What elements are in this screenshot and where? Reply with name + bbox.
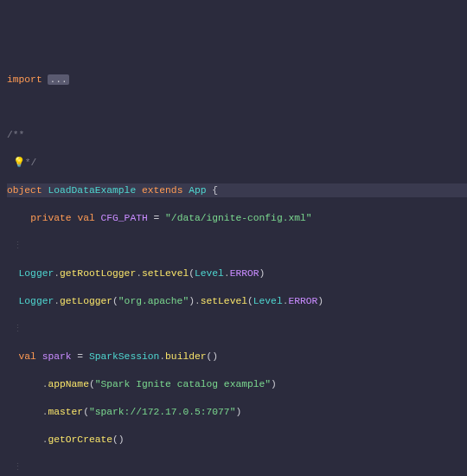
code-editor[interactable]: import ... /** 💡*/ object LoadDataExampl… xyxy=(7,59,467,476)
code-line: import ... xyxy=(7,73,467,87)
intention-bulb-icon[interactable]: 💡 xyxy=(13,158,25,168)
code-line: .getOrCreate() xyxy=(7,433,467,447)
doc-comment-bulb: 💡*/ xyxy=(7,156,467,170)
blank-line xyxy=(7,100,467,114)
code-line: .master("spark://172.17.0.5:7077") xyxy=(7,405,467,419)
code-line: private val CFG_PATH = "/data/ignite-con… xyxy=(7,211,467,225)
keyword-import: import xyxy=(7,74,42,85)
blank-line: ⋮ xyxy=(7,460,467,474)
doc-comment-open: /** xyxy=(7,128,467,142)
code-line: .appName("Spark Ignite catalog example") xyxy=(7,377,467,391)
code-line: Logger.getLogger("org.apache").setLevel(… xyxy=(7,294,467,308)
blank-line: ⋮ xyxy=(7,239,467,253)
fold-marker[interactable]: ... xyxy=(48,74,68,85)
code-line: Logger.getRootLogger.setLevel(Level.ERRO… xyxy=(7,267,467,280)
object-declaration: object LoadDataExample extends App { xyxy=(7,183,467,197)
blank-line: ⋮ xyxy=(7,322,467,336)
code-line: val spark = SparkSession.builder() xyxy=(7,350,467,363)
